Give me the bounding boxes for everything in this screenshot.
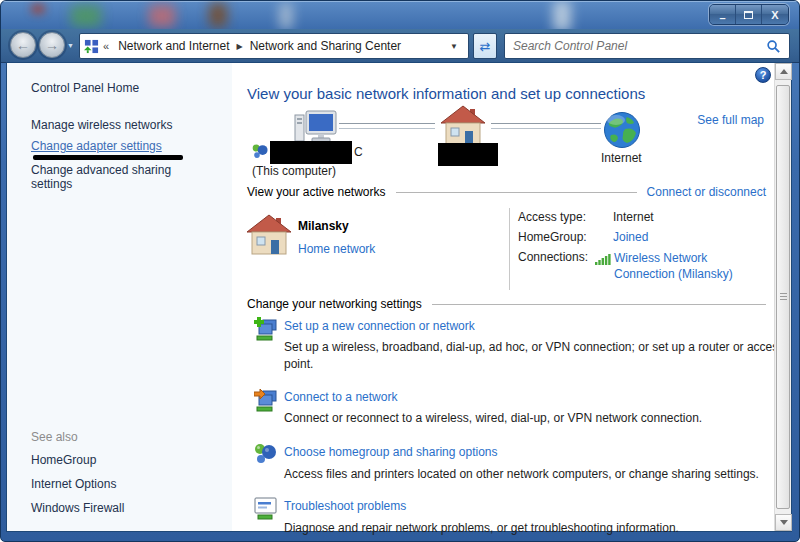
close-button[interactable]: X — [762, 5, 788, 24]
close-icon: X — [771, 9, 778, 21]
homegroup-joined-link[interactable]: Joined — [613, 230, 648, 244]
header-rule — [396, 192, 637, 193]
forward-button[interactable]: → — [39, 32, 65, 58]
wireless-signal-icon — [595, 252, 611, 265]
address-dropdown-icon[interactable]: ▼ — [444, 42, 464, 51]
search-input[interactable] — [513, 39, 766, 53]
help-icon: ? — [760, 69, 767, 81]
header-rule — [432, 304, 766, 305]
networking-settings-header-row: Change your networking settings — [247, 297, 766, 311]
wireless-connection-link[interactable]: Wireless Network Connection (Milansky) — [614, 250, 766, 282]
scrollbar-grip — [780, 293, 787, 301]
scrollbar-up-button[interactable] — [775, 63, 792, 80]
redacted-computer-name — [270, 141, 352, 164]
active-network-name: Milansky — [298, 219, 349, 233]
glass-blur-decoration — [71, 5, 101, 27]
address-breadcrumb-bar[interactable]: « Network and Internet ▶ Network and Sha… — [79, 33, 469, 59]
homegroup-label: HomeGroup: — [518, 230, 587, 244]
breadcrumb-segment-network-and-internet[interactable]: Network and Internet — [114, 39, 233, 53]
computer-name-fragment: C — [354, 145, 363, 159]
access-type-label: Access type: — [518, 210, 586, 224]
search-box[interactable] — [504, 33, 790, 59]
internet-globe-icon[interactable] — [603, 111, 641, 149]
control-panel-icon — [84, 39, 99, 54]
connections-label: Connections: — [518, 250, 588, 264]
details-divider — [509, 208, 510, 290]
help-button[interactable]: ? — [755, 67, 771, 83]
internet-label: Internet — [601, 151, 642, 165]
forward-arrow-icon: → — [45, 37, 59, 53]
page-title: View your basic network information and … — [247, 85, 645, 102]
scroll-down-icon — [780, 520, 788, 525]
sidebar-item-change-advanced-sharing-settings[interactable]: Change advanced sharing settings — [31, 163, 201, 191]
vertical-scrollbar[interactable] — [774, 63, 791, 531]
recent-pages-dropdown[interactable]: ▼ — [67, 42, 74, 49]
choose-homegroup-desc: Access files and printers located on oth… — [284, 466, 787, 483]
window-controls: – X — [709, 4, 789, 25]
titlebar[interactable]: – X — [1, 1, 799, 29]
breadcrumb-segment-network-sharing-center[interactable]: Network and Sharing Center — [246, 39, 405, 53]
connect-to-network-icon — [254, 388, 278, 412]
sidebar-item-manage-wireless-networks[interactable]: Manage wireless networks — [31, 118, 172, 132]
homegroup-options-icon — [254, 442, 278, 466]
glass-blur-decoration — [31, 4, 45, 14]
home-network-icon[interactable] — [439, 105, 487, 147]
glass-blur-decoration — [209, 3, 227, 27]
sidebar: Control Panel Home Manage wireless netwo… — [7, 63, 232, 531]
setup-new-connection-link[interactable]: Set up a new connection or network — [284, 319, 475, 333]
network-sharing-center-window: – X ← → ▼ « Network and Internet ▶ Netwo… — [0, 0, 800, 542]
window-content: Control Panel Home Manage wireless netwo… — [7, 63, 791, 531]
minimize-button[interactable]: – — [710, 5, 736, 24]
refresh-button[interactable]: ⇄ — [473, 33, 497, 59]
see-also-header: See also — [31, 430, 78, 444]
sidebar-item-control-panel-home[interactable]: Control Panel Home — [31, 81, 139, 95]
this-computer-label: (This computer) — [252, 164, 336, 178]
active-networks-header: View your active networks — [247, 185, 386, 199]
access-type-value: Internet — [613, 210, 654, 224]
back-arrow-icon: ← — [16, 37, 30, 53]
maximize-button[interactable] — [736, 5, 762, 24]
glass-blur-decoration — [149, 5, 175, 27]
connect-to-network-desc: Connect or reconnect to a wireless, wire… — [284, 410, 787, 427]
troubleshoot-problems-link[interactable]: Troubleshoot problems — [284, 499, 406, 513]
sidebar-item-change-adapter-settings[interactable]: Change adapter settings — [31, 139, 162, 153]
refresh-icon: ⇄ — [480, 39, 491, 54]
maximize-icon — [744, 11, 753, 19]
new-connection-icon — [254, 317, 278, 341]
active-network-house-icon[interactable] — [245, 213, 293, 257]
breadcrumb-overflow-chevron[interactable]: « — [103, 40, 109, 52]
troubleshoot-icon — [254, 496, 278, 520]
choose-homegroup-link[interactable]: Choose homegroup and sharing options — [284, 445, 497, 459]
networking-settings-header: Change your networking settings — [247, 297, 422, 311]
scrollbar-down-button[interactable] — [775, 514, 792, 531]
homegroup-spheres-icon — [252, 143, 269, 160]
sidebar-item-internet-options[interactable]: Internet Options — [31, 477, 116, 491]
scrollbar-thumb[interactable] — [776, 85, 790, 509]
glass-blur-decoration — [553, 1, 571, 31]
map-connector-line — [491, 123, 601, 129]
minimize-icon: – — [719, 12, 725, 24]
glass-blur-decoration — [279, 3, 293, 29]
active-networks-header-row: View your active networks Connect or dis… — [247, 185, 766, 199]
main-pane: ? View your basic network information an… — [232, 63, 791, 531]
scroll-up-icon — [780, 69, 788, 74]
annotation-underline — [33, 155, 183, 160]
breadcrumb-separator-icon[interactable]: ▶ — [234, 42, 246, 51]
sidebar-item-windows-firewall[interactable]: Windows Firewall — [31, 501, 124, 515]
connect-or-disconnect-link[interactable]: Connect or disconnect — [647, 185, 766, 199]
search-icon[interactable] — [766, 39, 781, 54]
connect-to-network-link[interactable]: Connect to a network — [284, 390, 397, 404]
redacted-network-name — [438, 143, 498, 166]
map-connector-line — [339, 123, 435, 129]
sidebar-item-homegroup[interactable]: HomeGroup — [31, 453, 96, 467]
see-full-map-link[interactable]: See full map — [697, 113, 764, 127]
back-button[interactable]: ← — [10, 32, 36, 58]
network-category-link[interactable]: Home network — [298, 242, 375, 256]
troubleshoot-problems-desc: Diagnose and repair network problems, or… — [284, 520, 787, 537]
setup-new-connection-desc: Set up a wireless, broadband, dial-up, a… — [284, 339, 787, 373]
navigation-bar: ← → ▼ « Network and Internet ▶ Network a… — [1, 29, 799, 63]
